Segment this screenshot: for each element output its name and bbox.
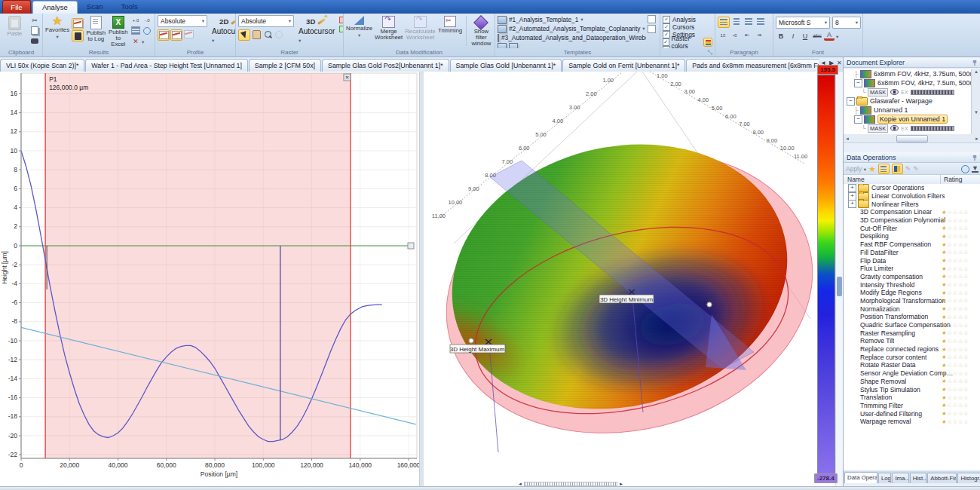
numbered-list-button[interactable]: 1≡ bbox=[718, 30, 728, 40]
apply-button[interactable]: Apply ▾ bbox=[846, 165, 866, 173]
operation-item[interactable]: Intensity Threshold★☆☆☆☆ bbox=[844, 280, 980, 289]
min-marker-label[interactable]: 3D Height Minimum bbox=[599, 295, 654, 303]
tree-mask-row[interactable]: └MASKEX bbox=[844, 124, 980, 133]
operation-item[interactable]: Flip Data★☆☆☆☆ bbox=[844, 256, 980, 265]
raster-colors-button[interactable] bbox=[703, 38, 712, 47]
eye-icon[interactable] bbox=[890, 125, 899, 131]
rating-stars[interactable]: ★☆☆☆☆ bbox=[942, 257, 969, 264]
operation-item[interactable]: 3D Compensation Linear★☆☆☆☆ bbox=[844, 208, 980, 216]
detail-view-toggle[interactable] bbox=[892, 164, 903, 174]
surface-3d-view[interactable]: 1.002.003.004.005.006.007.008.009.0010.0… bbox=[424, 72, 814, 486]
group-view-toggle[interactable] bbox=[878, 164, 890, 174]
panel-tab-3[interactable]: Ima... bbox=[892, 473, 908, 483]
tree-scrollbar-horizontal[interactable]: ◄ ► bbox=[844, 134, 980, 143]
expand-icon[interactable]: + bbox=[848, 200, 856, 208]
operation-item[interactable]: Sensor Angle Deviation Compens...★☆☆☆☆ bbox=[844, 369, 980, 378]
panel-tab-1[interactable]: Data Operat... bbox=[844, 472, 877, 483]
screenshot-button[interactable] bbox=[29, 36, 40, 46]
rating-stars[interactable]: ★☆☆☆☆ bbox=[942, 354, 969, 360]
collapse-icon[interactable]: − bbox=[854, 115, 862, 124]
merge-worksheet-button[interactable]: Merge Worksheet bbox=[375, 15, 403, 41]
profile-chart[interactable]: ✕P1126,000.0 µm1614121086420-2-4-6-8-10-… bbox=[0, 72, 419, 486]
publish-to-excel-button[interactable]: X Publish to Excel bbox=[109, 15, 128, 48]
pin-icon[interactable] bbox=[972, 155, 978, 161]
operation-item[interactable]: Raster Resampling★☆☆☆☆ bbox=[844, 329, 980, 337]
align-right-button[interactable] bbox=[743, 17, 754, 26]
operation-item[interactable]: Gravity compensation★☆☆☆☆ bbox=[844, 273, 980, 281]
scroll-left-icon[interactable]: ◄ bbox=[845, 136, 850, 141]
surface-3d-pane[interactable]: 1.002.003.004.005.006.007.008.009.0010.0… bbox=[424, 72, 814, 486]
operation-item[interactable]: Cut-Off Filter★☆☆☆☆ bbox=[844, 224, 980, 232]
height-colorbar[interactable] bbox=[817, 75, 835, 474]
rating-stars[interactable]: ★☆☆☆☆ bbox=[942, 265, 969, 272]
operation-item[interactable]: Modify Edge Regions★☆☆☆☆ bbox=[844, 289, 980, 297]
delete-result-button[interactable]: ✕ bbox=[130, 36, 141, 46]
profile-view3-toggle[interactable] bbox=[183, 29, 194, 39]
select-tool-button[interactable] bbox=[238, 29, 250, 41]
rating-stars[interactable]: ★☆☆☆☆ bbox=[942, 273, 969, 280]
paste-button[interactable]: Paste bbox=[2, 15, 27, 37]
panel-tab-2[interactable]: Log bbox=[878, 473, 892, 483]
rating-stars[interactable]: ★☆☆☆☆ bbox=[942, 394, 969, 401]
recalculate-worksheet-button[interactable]: Recalculate Worksheet bbox=[405, 15, 436, 41]
operation-item[interactable]: User-defined Filtering★☆☆☆☆ bbox=[844, 409, 980, 418]
rating-stars[interactable]: ★☆☆☆☆ bbox=[942, 217, 969, 224]
template-button-partial[interactable] bbox=[498, 42, 646, 48]
italic-button[interactable]: I bbox=[788, 31, 798, 41]
selection-region[interactable] bbox=[45, 73, 351, 458]
operation-item[interactable]: Translation★☆☆☆☆ bbox=[844, 394, 980, 402]
operation-item[interactable]: Stylus Tip Simulation★☆☆☆☆ bbox=[844, 385, 980, 394]
template-button[interactable]: #3_Automated_Analysis_and_Dataoperation_… bbox=[498, 33, 646, 42]
remove-digit-button[interactable]: -.0 bbox=[142, 15, 152, 25]
underline-button[interactable]: U bbox=[800, 31, 810, 41]
edit-operation-button[interactable]: ✎ bbox=[905, 165, 911, 173]
green-rectangle-cursor-button[interactable] bbox=[339, 26, 343, 32]
operation-item[interactable]: Flux Limiter★☆☆☆☆ bbox=[844, 265, 980, 273]
panel-tab-6[interactable]: Histogr... bbox=[957, 473, 980, 483]
panel-tab-5[interactable]: Abbott-Fires bbox=[927, 473, 957, 483]
rating-stars[interactable]: ★☆☆☆☆ bbox=[942, 289, 969, 296]
expand-icon[interactable]: + bbox=[848, 184, 856, 192]
document-tab[interactable]: Sample 2 [CFM 50x] bbox=[249, 59, 321, 72]
rating-stars[interactable]: ★☆☆☆☆ bbox=[942, 402, 969, 409]
region-close-button[interactable]: ✕ bbox=[344, 74, 351, 81]
edit-rating-button[interactable]: ✎ bbox=[913, 165, 919, 173]
document-tab[interactable]: Sample Gold on Ferrit [Unbenannt 1]* bbox=[562, 59, 685, 72]
rating-stars[interactable]: ★☆☆☆☆ bbox=[942, 209, 969, 216]
operation-item[interactable]: Quadric Surface Compensation★☆☆☆☆ bbox=[844, 321, 980, 329]
table-button[interactable] bbox=[130, 26, 141, 35]
template-button[interactable]: #1_Analysis_Template_1▾ bbox=[498, 15, 646, 24]
scroll-down-icon[interactable]: ▼ bbox=[972, 110, 980, 115]
column-rating[interactable]: Rating bbox=[944, 175, 963, 184]
justify-button[interactable] bbox=[755, 17, 766, 26]
indent-button[interactable]: ⇥ bbox=[754, 30, 764, 40]
rating-stars[interactable]: ★☆☆☆☆ bbox=[942, 386, 969, 393]
tree-node[interactable]: −6x8mm FOV, 4kHz, 7.5um, 500um Kopf bbox=[844, 78, 980, 87]
add-digit-button[interactable]: +.0 bbox=[130, 15, 141, 25]
document-tab[interactable]: Sample Glas Gold [Unbenannt 1]* bbox=[450, 59, 562, 72]
rating-stars[interactable]: ★☆☆☆☆ bbox=[942, 418, 969, 425]
scroll-right-icon[interactable]: ► bbox=[975, 136, 979, 141]
rating-stars[interactable]: ★☆☆☆☆ bbox=[942, 322, 969, 329]
rating-stars[interactable]: ★☆☆☆☆ bbox=[942, 305, 969, 312]
rating-stars[interactable]: ★☆☆☆☆ bbox=[942, 338, 969, 345]
history-clock-button[interactable] bbox=[142, 26, 152, 35]
template-button[interactable]: #2_Automated_Analysis_Template_Coplanari… bbox=[498, 24, 646, 33]
column-name[interactable]: Name bbox=[847, 175, 865, 184]
outdent-button[interactable]: ⇤ bbox=[742, 30, 752, 40]
operation-folder[interactable]: +Cursor Operations bbox=[844, 184, 980, 192]
operation-folder[interactable]: +Nonlinear Filters bbox=[844, 200, 980, 208]
pan-tool-button[interactable] bbox=[251, 29, 262, 39]
zoom-tool-button[interactable] bbox=[262, 29, 273, 39]
operation-item[interactable]: Remove Tilt★☆☆☆☆ bbox=[844, 337, 980, 345]
rating-stars[interactable]: ★☆☆☆☆ bbox=[942, 370, 969, 377]
cut-button[interactable]: ✂ bbox=[29, 15, 40, 25]
ribbon-tab-tools[interactable]: Tools bbox=[112, 1, 146, 13]
operation-item[interactable]: Position Transformation★☆☆☆☆ bbox=[844, 313, 980, 321]
operation-item[interactable]: Replace cursor content★☆☆☆☆ bbox=[844, 353, 980, 361]
tree-node[interactable]: −Glaswafer - Warpage bbox=[844, 96, 980, 106]
favorite-filter-button[interactable]: ★ bbox=[868, 164, 876, 174]
bold-button[interactable]: B bbox=[776, 31, 786, 41]
view-option-analysis[interactable]: ✓Analysis bbox=[663, 16, 712, 23]
rating-stars[interactable]: ★☆☆☆☆ bbox=[942, 281, 969, 288]
